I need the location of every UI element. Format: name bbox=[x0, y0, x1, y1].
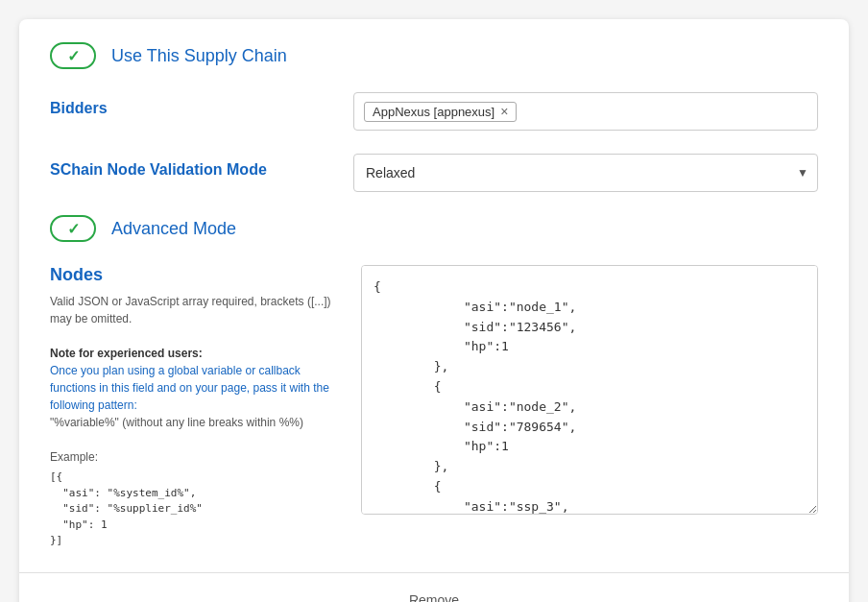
schain-row: SChain Node Validation Mode Relaxed Stri… bbox=[50, 154, 818, 192]
card-body: ✓ Use This Supply Chain Bidders AppNexus… bbox=[19, 19, 849, 572]
nodes-section: Nodes Valid JSON or JavaScript array req… bbox=[50, 265, 818, 549]
bidder-tag: AppNexus [appnexus] × bbox=[364, 102, 517, 122]
checkmark-icon: ✓ bbox=[67, 47, 80, 65]
schain-control: Relaxed Strict Off ▼ bbox=[353, 154, 818, 192]
tag-text: AppNexus [appnexus] bbox=[373, 105, 494, 119]
bidders-tag-input[interactable]: AppNexus [appnexus] × bbox=[353, 92, 818, 131]
advanced-mode-toggle[interactable]: ✓ bbox=[50, 215, 96, 242]
card-footer: Remove bbox=[19, 573, 849, 603]
remove-button[interactable]: Remove bbox=[394, 589, 474, 603]
main-card: ✓ Use This Supply Chain Bidders AppNexus… bbox=[19, 19, 849, 602]
nodes-textarea[interactable]: { "asi":"node_1", "sid":"123456", "hp":1… bbox=[361, 265, 818, 515]
bidders-control: AppNexus [appnexus] × bbox=[353, 92, 818, 131]
tag-close-icon[interactable]: × bbox=[500, 105, 508, 118]
use-supply-chain-row: ✓ Use This Supply Chain bbox=[50, 42, 818, 69]
example-code: [{ "asi": "%system_id%", "sid": "%suppli… bbox=[50, 470, 338, 549]
nodes-description: Valid JSON or JavaScript array required,… bbox=[50, 293, 338, 549]
nodes-title: Nodes bbox=[50, 265, 338, 285]
advanced-checkmark-icon: ✓ bbox=[67, 220, 80, 238]
pattern-text: "%variable%" (without any line breaks wi… bbox=[50, 416, 303, 429]
note-title: Note for experienced users: bbox=[50, 347, 203, 360]
schain-label: SChain Node Validation Mode bbox=[50, 154, 338, 179]
nodes-left: Nodes Valid JSON or JavaScript array req… bbox=[50, 265, 338, 549]
bidders-row: Bidders AppNexus [appnexus] × bbox=[50, 92, 818, 131]
use-supply-chain-toggle[interactable]: ✓ bbox=[50, 42, 96, 69]
nodes-right: { "asi":"node_1", "sid":"123456", "hp":1… bbox=[361, 265, 818, 549]
bidders-label: Bidders bbox=[50, 92, 338, 117]
advanced-mode-label: Advanced Mode bbox=[111, 219, 236, 239]
nodes-desc-text: Valid JSON or JavaScript array required,… bbox=[50, 295, 331, 325]
schain-select-wrap: Relaxed Strict Off ▼ bbox=[353, 154, 818, 192]
use-supply-chain-label: Use This Supply Chain bbox=[111, 46, 287, 66]
advanced-mode-row: ✓ Advanced Mode bbox=[50, 215, 818, 242]
schain-select[interactable]: Relaxed Strict Off bbox=[353, 154, 818, 192]
note-blue: Once you plan using a global variable or… bbox=[50, 364, 329, 412]
example-label: Example: bbox=[50, 450, 98, 464]
